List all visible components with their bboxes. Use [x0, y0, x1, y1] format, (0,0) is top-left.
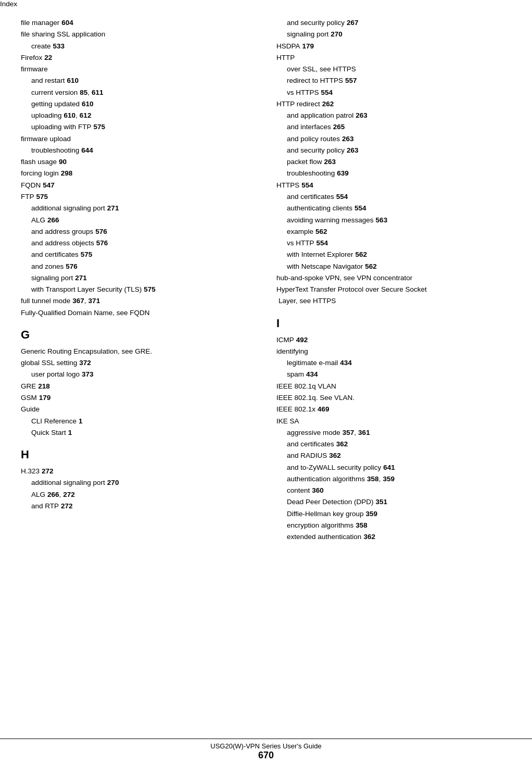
list-item: full tunnel mode367,371 [21, 295, 256, 307]
section-letter-g: G [21, 328, 256, 342]
section-letter-h: H [21, 448, 256, 461]
list-item: HTTPS554 and certificates554 authenticat… [276, 180, 511, 272]
list-item: HSDPA179 [276, 41, 511, 52]
footer-guide: USG20(W)-VPN Series User's Guide [0, 742, 532, 750]
list-item: IEEE 802.1x469 [276, 404, 511, 415]
list-item: IEEE 802.1q VLAN [276, 381, 511, 392]
list-item: identifying legitimate e-mail434 spam434 [276, 346, 511, 381]
list-item: hub-and-spoke VPN, see VPN concentrator [276, 272, 511, 284]
list-item: FQDN547 [21, 180, 256, 191]
list-item: IEEE 802.1q. See VLAN. [276, 392, 511, 404]
list-item: Fully-Qualified Domain Name, see FQDN [21, 307, 256, 319]
list-item: flash usage90 [21, 156, 256, 168]
list-item: FTP575 additional signaling port271 ALG2… [21, 191, 256, 295]
list-item: IKE SA aggressive mode357,361 and certif… [276, 416, 511, 543]
page-footer: USG20(W)-VPN Series User's Guide 670 [0, 739, 532, 763]
list-item: file manager604 [21, 17, 256, 29]
list-item: global SSL setting372 user portal logo37… [21, 357, 256, 381]
list-item: Generic Routing Encapsulation, see GRE. [21, 346, 256, 357]
list-item: ICMP492 [276, 334, 511, 346]
section-letter-i: I [276, 317, 511, 330]
list-item: Guide CLI Reference1 Quick Start1 [21, 404, 256, 439]
left-column: file manager604 file sharing SSL applica… [21, 17, 256, 543]
list-item: HTTP redirect262 and application patrol2… [276, 98, 511, 180]
list-item: HTTP over SSL, see HTTPS redirect to HTT… [276, 52, 511, 98]
list-item: HyperText Transfer Protocol over Secure … [276, 284, 511, 307]
list-item: and security policy267 signaling port270 [276, 17, 511, 41]
list-item: GSM179 [21, 392, 256, 404]
list-item: H.323272 additional signaling port270 AL… [21, 466, 256, 512]
list-item: forcing login298 [21, 168, 256, 179]
header-title: Index [0, 0, 17, 8]
right-column: and security policy267 signaling port270… [276, 17, 511, 543]
list-item: GRE218 [21, 381, 256, 392]
footer-page: 670 [0, 750, 532, 761]
list-item: firmware and restart610 current version8… [21, 64, 256, 133]
list-item: firmware upload troubleshooting644 [21, 133, 256, 157]
list-item: file sharing SSL application create533 [21, 29, 256, 52]
page-header: Index [0, 0, 532, 8]
content-area: file manager604 file sharing SSL applica… [0, 8, 532, 574]
list-item: Firefox22 [21, 52, 256, 64]
